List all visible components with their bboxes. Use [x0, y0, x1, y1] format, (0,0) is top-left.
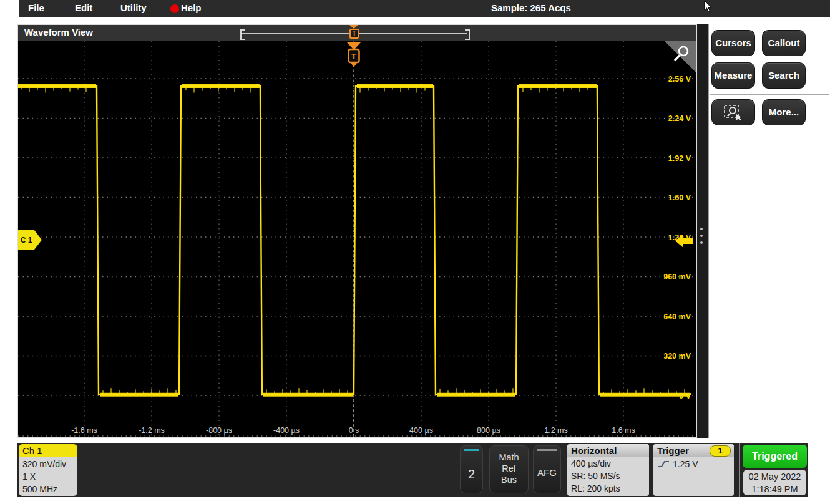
menu-item-edit[interactable]: Edit — [75, 2, 92, 13]
zoom-corner-icon[interactable] — [665, 41, 696, 72]
zoom-select-icon — [723, 104, 744, 121]
waveform-header: Waveform View T — [18, 25, 696, 41]
y-axis-label: 2.56 V — [668, 75, 691, 84]
help-record-icon — [170, 4, 179, 13]
y-axis-label: 2.24 V — [668, 114, 691, 123]
channel2-color-icon — [464, 449, 479, 451]
waveform-view-panel: Waveform View T 2.56 V2.24 V1.92 V1.60 V… — [17, 24, 697, 438]
channel1-scale: 320 mV/div — [22, 458, 77, 470]
horizontal-record-length: RL: 200 kpts — [567, 482, 649, 495]
rising-edge-icon — [657, 460, 670, 468]
graticule[interactable]: 2.56 V2.24 V1.92 V1.60 V1.28 V960 mV640 … — [18, 41, 696, 438]
callout-button[interactable]: Callout — [762, 30, 806, 56]
waveform-view-title: Waveform View — [24, 27, 93, 37]
overview-trigger-marker[interactable]: T — [349, 29, 359, 39]
menu-item-help[interactable]: Help — [181, 2, 202, 13]
afg-label: AFG — [534, 467, 560, 478]
x-axis-label: 1.6 ms — [612, 426, 635, 435]
settings-bar-divider — [739, 443, 740, 497]
channel1-badge[interactable]: Ch 1 320 mV/div 1 X 500 MHz — [19, 444, 77, 496]
x-axis-label: -800 µs — [206, 426, 232, 435]
channel2-button[interactable]: 2 — [460, 445, 483, 493]
trigger-source-badge: 1 — [710, 445, 731, 457]
x-axis-label: -400 µs — [273, 426, 300, 435]
splitter-grip-icon[interactable] — [700, 228, 704, 244]
y-axis-label: 640 mV — [663, 313, 691, 321]
y-axis-label: 960 mV — [663, 273, 691, 281]
trigger-level: 1.25 V — [673, 458, 698, 470]
zoom-corner-magnifier-handle — [675, 56, 680, 61]
menu-item-utility[interactable]: Utility — [120, 2, 147, 13]
search-button[interactable]: Search — [762, 62, 806, 89]
ch1-waveform[interactable] — [18, 86, 691, 395]
trigger-badge[interactable]: Trigger 1 1.25 V — [653, 444, 734, 496]
sample-status: Sample: 265 Acqs — [491, 2, 571, 13]
math-ref-bus-button[interactable]: Math Ref Bus — [489, 445, 529, 493]
overview-right-bracket-icon — [465, 29, 470, 40]
y-axis-label: 1.60 V — [668, 193, 691, 202]
channel1-probe: 1 X — [22, 470, 77, 483]
math-label: Math — [490, 452, 528, 463]
date-label: 02 May 2022 — [743, 470, 806, 483]
horizontal-title: Horizontal — [567, 444, 649, 457]
settings-bar: Ch 1 320 mV/div 1 X 500 MHz 2 Math Ref B… — [17, 443, 808, 497]
more-button[interactable]: More... — [762, 99, 806, 125]
zoom-select-button[interactable] — [711, 99, 755, 125]
trigger-marker-letter: T — [351, 52, 356, 61]
x-axis-label: 400 µs — [409, 426, 433, 435]
x-axis-label: -1.6 ms — [71, 426, 97, 435]
bus-label: Bus — [490, 474, 528, 485]
x-axis-label: 1.2 ms — [544, 426, 568, 435]
time-label: 1:18:49 PM — [743, 483, 806, 495]
horizontal-scale: 400 µs/div — [567, 457, 649, 470]
cursors-button[interactable]: Cursors — [711, 30, 755, 56]
x-axis-label: 800 µs — [477, 426, 500, 435]
afg-color-icon — [537, 449, 557, 451]
menu-item-file[interactable]: File — [28, 2, 44, 13]
acquisition-status-badge: Triggered — [743, 445, 807, 468]
x-axis-label: -1.2 ms — [139, 426, 165, 435]
channel1-name: Ch 1 — [19, 444, 77, 457]
mouse-cursor — [704, 1, 713, 13]
datetime-display: 02 May 2022 1:18:49 PM — [743, 470, 806, 495]
channel1-bandwidth: 500 MHz — [22, 483, 77, 495]
panel-splitter[interactable] — [697, 24, 708, 438]
horizontal-sample-rate: SR: 50 MS/s — [567, 470, 649, 482]
y-axis-label: 320 mV — [663, 352, 691, 361]
ref-label: Ref — [490, 463, 528, 474]
overview-left-bracket-icon — [240, 29, 245, 40]
afg-button[interactable]: AFG — [533, 445, 561, 493]
x-axis-label: 0 s — [349, 426, 359, 435]
horizontal-badge[interactable]: Horizontal 400 µs/div SR: 50 MS/s RL: 20… — [567, 444, 649, 496]
results-bar-divider — [710, 94, 829, 95]
channel2-label: 2 — [461, 467, 482, 482]
y-axis-label: 1.92 V — [668, 154, 691, 163]
measure-button[interactable]: Measure — [711, 62, 755, 89]
channel1-position-label: C 1 — [21, 236, 32, 245]
results-bar: Cursors Callout Measure Search More... — [709, 24, 830, 438]
